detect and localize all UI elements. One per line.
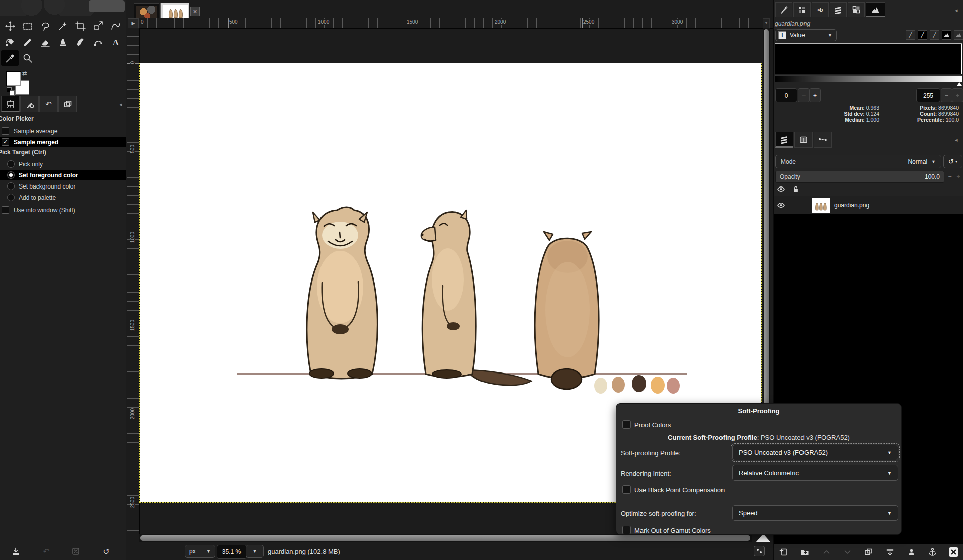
- free-select-tool-button[interactable]: [36, 18, 54, 34]
- histogram-linear-button[interactable]: ╱: [906, 30, 915, 40]
- layer-mode-select[interactable]: Mode Normal ▼: [775, 155, 941, 168]
- tab-histogram[interactable]: [866, 2, 885, 17]
- optimize-select[interactable]: Speed ▼: [732, 505, 898, 521]
- quick-mask-toggle[interactable]: [129, 535, 137, 542]
- lower-layer-button[interactable]: [843, 547, 852, 557]
- move-tool-button[interactable]: [1, 18, 19, 34]
- unit-select[interactable]: px ▼: [185, 545, 215, 558]
- delete-tool-preset-button[interactable]: [72, 547, 80, 555]
- histogram-perceptual-button[interactable]: ╱: [930, 30, 939, 40]
- bucket-fill-tool-button[interactable]: [1, 34, 19, 50]
- histogram-low-input[interactable]: 0: [775, 88, 797, 102]
- sample-merged-row[interactable]: ✓ Sample merged: [0, 137, 126, 147]
- low-plus-button[interactable]: +: [809, 88, 821, 102]
- restore-tool-preset-button[interactable]: ↶: [43, 547, 49, 556]
- set-background-radio[interactable]: [7, 182, 15, 190]
- merge-layer-button[interactable]: [885, 547, 895, 557]
- new-layer-group-button[interactable]: [800, 547, 810, 557]
- use-info-window-row[interactable]: Use info window (Shift): [0, 205, 126, 215]
- rectangle-select-tool-button[interactable]: [19, 18, 36, 34]
- set-foreground-radio[interactable]: [7, 171, 15, 179]
- high-plus-button[interactable]: +: [952, 88, 963, 102]
- pencil-tool-button[interactable]: [19, 34, 36, 50]
- proof-colors-checkbox[interactable]: [622, 420, 631, 429]
- pick-only-radio[interactable]: [7, 160, 15, 168]
- layer-row-guardian[interactable]: guardian.png: [774, 196, 963, 214]
- gamut-checkbox[interactable]: [622, 526, 631, 534]
- add-layer-mask-button[interactable]: [907, 547, 916, 557]
- tab-tool-options[interactable]: [1, 96, 20, 112]
- tab-brushes[interactable]: [775, 2, 792, 17]
- warp-transform-tool-button[interactable]: [107, 18, 124, 34]
- sample-average-row[interactable]: Sample average: [0, 126, 126, 136]
- tab-device-status[interactable]: [20, 96, 39, 112]
- save-tool-preset-button[interactable]: [11, 547, 20, 556]
- set-foreground-row[interactable]: Set foreground color: [0, 170, 126, 180]
- zoom-tool-button[interactable]: [19, 50, 36, 66]
- paths-tool-button[interactable]: [89, 34, 107, 50]
- histogram-high-input[interactable]: 255: [916, 88, 940, 102]
- histogram-log-button[interactable]: ╱: [918, 30, 927, 40]
- tab-palettes[interactable]: [848, 2, 865, 17]
- zoom-value[interactable]: 35.1 %: [217, 545, 247, 559]
- raise-layer-button[interactable]: [822, 547, 831, 557]
- high-minus-button[interactable]: −: [941, 88, 952, 102]
- sample-merged-checkbox[interactable]: ✓: [2, 138, 9, 146]
- histogram-style-1-button[interactable]: [942, 30, 951, 40]
- tab-layers[interactable]: [775, 132, 793, 148]
- use-info-window-checkbox[interactable]: [2, 206, 9, 214]
- text-tool-button[interactable]: A: [107, 34, 124, 50]
- horizontal-ruler[interactable]: 0 500 1000 1500 2000 2500 3000: [139, 18, 775, 29]
- tab-channels[interactable]: [794, 132, 813, 148]
- zoom-dropdown-button[interactable]: ▼: [246, 545, 264, 558]
- eraser-tool-button[interactable]: [36, 34, 54, 50]
- layer-visible-icon[interactable]: [777, 202, 785, 209]
- soft-proofing-toggle-button[interactable]: [754, 546, 765, 556]
- pick-only-row[interactable]: Pick only: [0, 159, 126, 169]
- layers-menu-icon[interactable]: ◂: [955, 137, 958, 143]
- reset-tool-options-button[interactable]: ↺: [103, 547, 109, 556]
- histogram-style-2-button[interactable]: [954, 30, 963, 40]
- rendering-intent-select[interactable]: Relative Colorimetric ▼: [732, 465, 898, 481]
- clone-tool-button[interactable]: [54, 34, 71, 50]
- opacity-minus-button[interactable]: −: [946, 172, 954, 182]
- vertical-ruler[interactable]: 0 500 1000 1500 2000 2500: [127, 28, 140, 534]
- dock-menu-icon[interactable]: ◂: [955, 7, 958, 14]
- sample-average-checkbox[interactable]: [2, 127, 9, 135]
- tab-undo-history[interactable]: ↶: [39, 96, 58, 112]
- foreground-color-swatch[interactable]: [7, 72, 21, 86]
- histogram-gradient-bar[interactable]: [775, 75, 962, 82]
- tab-patterns[interactable]: [793, 2, 811, 17]
- smudge-tool-button[interactable]: [71, 34, 89, 50]
- black-point-checkbox[interactable]: [622, 485, 631, 494]
- crop-tool-button[interactable]: [71, 18, 89, 34]
- color-picker-tool-button[interactable]: [1, 50, 19, 66]
- anchor-layer-button[interactable]: [928, 547, 937, 557]
- swap-colors-icon[interactable]: ⇄: [22, 70, 27, 77]
- tab-paths[interactable]: [814, 132, 832, 148]
- delete-layer-button[interactable]: [949, 547, 958, 557]
- lock-icon[interactable]: [792, 185, 799, 193]
- add-to-palette-radio[interactable]: [7, 194, 15, 201]
- opacity-plus-button[interactable]: +: [954, 172, 962, 182]
- ruler-corner-button[interactable]: ▶: [128, 18, 139, 28]
- profile-select[interactable]: PSO Uncoated v3 (FOGRA52) ▼: [732, 445, 898, 460]
- mode-switch-button[interactable]: ↺ ▾: [943, 155, 962, 168]
- histogram-max-handle[interactable]: [957, 82, 962, 86]
- tab-fonts[interactable]: ab: [812, 2, 829, 17]
- visibility-header-icon[interactable]: [777, 185, 785, 193]
- fuzzy-select-tool-button[interactable]: [54, 18, 71, 34]
- zoom-fit-corner-button[interactable]: ▾: [763, 18, 770, 28]
- tab-images[interactable]: [58, 96, 77, 112]
- tab-menu-icon[interactable]: ◂: [119, 101, 122, 108]
- set-background-row[interactable]: Set background color: [0, 181, 126, 192]
- channel-select[interactable]: I Value ▼: [775, 29, 837, 41]
- close-tab-button[interactable]: ×: [190, 7, 200, 16]
- horizontal-scrollbar[interactable]: [139, 534, 752, 542]
- add-to-palette-row[interactable]: Add to palette: [0, 192, 126, 203]
- low-minus-button[interactable]: −: [798, 88, 810, 102]
- new-layer-button[interactable]: [779, 547, 788, 557]
- opacity-slider[interactable]: Opacity 100.0: [775, 171, 944, 183]
- duplicate-layer-button[interactable]: [864, 547, 873, 557]
- tab-gradients[interactable]: [830, 2, 847, 17]
